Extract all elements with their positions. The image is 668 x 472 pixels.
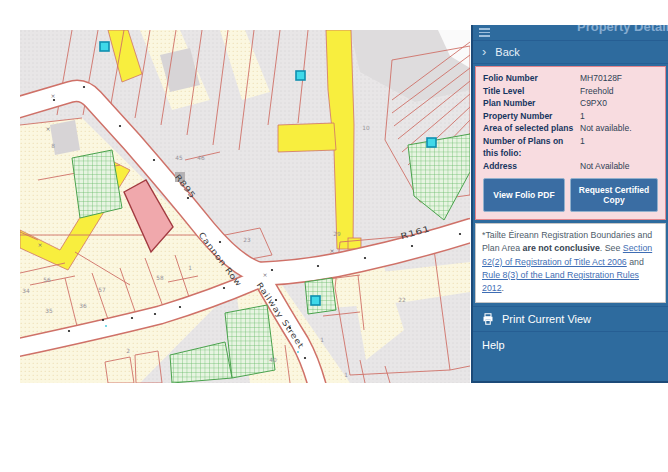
back-label: Back bbox=[495, 46, 519, 58]
parcel-number-label: 35 bbox=[45, 308, 53, 314]
detail-label: Number of Plans on this folio: bbox=[483, 135, 580, 160]
detail-row: Number of Plans on this folio: 1 bbox=[483, 135, 658, 160]
detail-row: Folio Number MH70128F bbox=[483, 72, 658, 85]
survey-cross-mark: × bbox=[45, 125, 50, 132]
back-button[interactable]: › Back bbox=[473, 41, 668, 64]
map-viewport[interactable]: R895Cannon RowR161Railway Street45462310… bbox=[20, 30, 470, 383]
parcel-number-label: 22 bbox=[398, 297, 406, 303]
parcel-number-label: 1 bbox=[344, 372, 348, 378]
detail-label: Plan Number bbox=[483, 97, 580, 110]
view-folio-pdf-button[interactable]: View Folio PDF bbox=[483, 178, 565, 212]
rule-8-link[interactable]: Rule 8(3) of the Land Registration Rules… bbox=[482, 270, 639, 293]
parcel-number-label: 10 bbox=[362, 125, 370, 131]
property-details-panel: Property Details › Back Folio Number MH7… bbox=[471, 25, 668, 383]
parcel-number-label: 2 bbox=[126, 348, 130, 354]
parcel-number-label: 57 bbox=[98, 287, 106, 293]
survey-cross-mark: × bbox=[50, 92, 55, 99]
detail-value: Not available. bbox=[580, 122, 658, 135]
survey-cross-mark: × bbox=[262, 271, 267, 278]
detail-label: Title Level bbox=[483, 85, 580, 98]
disclaimer-bold: are not conclusive bbox=[523, 243, 600, 253]
disclaimer-text: and bbox=[627, 257, 644, 267]
printer-icon bbox=[482, 313, 494, 325]
detail-label: Area of selected plans bbox=[483, 122, 580, 135]
map-selection-marker[interactable] bbox=[100, 42, 109, 51]
map-selection-marker[interactable] bbox=[296, 71, 305, 80]
detail-value: 1 bbox=[580, 110, 658, 123]
parcel-number-label: 23 bbox=[243, 237, 251, 243]
detail-label: Property Number bbox=[483, 110, 580, 123]
panel-header: Property Details bbox=[473, 25, 668, 41]
parcel-number-label: 58 bbox=[156, 275, 164, 281]
parcel-number-label: 34 bbox=[22, 288, 30, 294]
menu-icon[interactable] bbox=[479, 28, 490, 39]
detail-value: MH70128F bbox=[580, 72, 658, 85]
detail-value: 1 bbox=[580, 135, 658, 160]
disclaimer-box: *Tailte Éireann Registration Boundaries … bbox=[475, 223, 666, 303]
chevron-right-icon: › bbox=[482, 47, 486, 57]
detail-row: Plan Number C9PX0 bbox=[483, 97, 658, 110]
parcel-number-label: 1 bbox=[188, 265, 192, 271]
detail-value: Not Available bbox=[580, 160, 658, 173]
map-selection-marker[interactable] bbox=[427, 138, 436, 147]
survey-cross-mark: × bbox=[329, 247, 334, 254]
detail-value: C9PX0 bbox=[580, 97, 658, 110]
disclaimer-text: . bbox=[502, 283, 504, 293]
detail-label: Folio Number bbox=[483, 72, 580, 85]
panel-title: Property Details bbox=[577, 25, 668, 34]
parcel-number-label: 46 bbox=[197, 155, 205, 161]
parcel-number-label: 45 bbox=[175, 155, 183, 161]
parcel-number-label: 29 bbox=[333, 231, 341, 237]
parcel-number-label: 40 bbox=[269, 357, 277, 363]
detail-row: Property Number 1 bbox=[483, 110, 658, 123]
survey-cross-mark: × bbox=[37, 241, 42, 248]
print-label: Print Current View bbox=[502, 313, 591, 325]
map-selection-marker[interactable] bbox=[311, 296, 320, 305]
parcel-number-label: 8 bbox=[51, 143, 55, 149]
request-certified-copy-button[interactable]: Request Certified Copy bbox=[570, 178, 658, 212]
print-current-view-button[interactable]: Print Current View bbox=[473, 306, 668, 332]
disclaimer-text: . See bbox=[600, 243, 623, 253]
detail-row: Area of selected plans Not available. bbox=[483, 122, 658, 135]
parcel-number-label: 56 bbox=[43, 277, 51, 283]
detail-value: Freehold bbox=[580, 85, 658, 98]
help-button[interactable]: Help bbox=[473, 332, 668, 358]
parcel-number-label: 1 bbox=[320, 337, 324, 343]
folio-details-card: Folio Number MH70128F Title Level Freeho… bbox=[475, 66, 666, 220]
detail-row: Address Not Available bbox=[483, 160, 658, 173]
map-canvas[interactable]: R895Cannon RowR161Railway Street45462310… bbox=[20, 30, 470, 383]
detail-label: Address bbox=[483, 160, 580, 173]
detail-row: Title Level Freehold bbox=[483, 85, 658, 98]
parcel-number-label: 36 bbox=[79, 303, 87, 309]
